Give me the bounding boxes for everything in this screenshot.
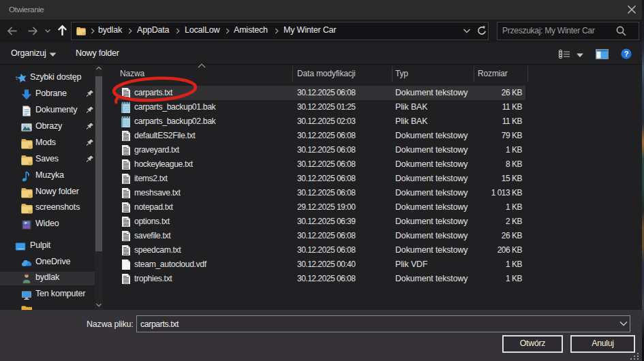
svg-text:?: ?: [624, 50, 629, 58]
